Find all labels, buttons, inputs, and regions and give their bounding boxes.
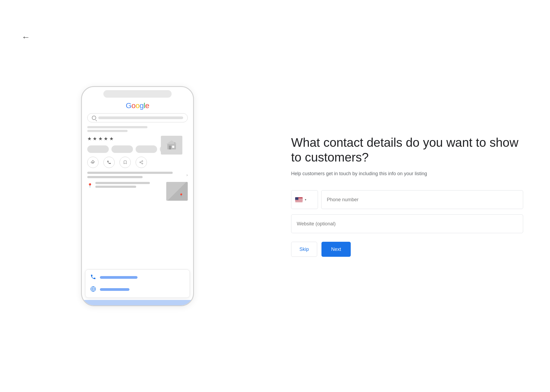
map-lines bbox=[95, 182, 164, 188]
line-1 bbox=[87, 126, 147, 128]
info-line-1 bbox=[87, 172, 173, 174]
map-bg bbox=[166, 182, 188, 201]
map-section: 📍 📍 bbox=[87, 182, 188, 201]
phone-row bbox=[90, 274, 185, 281]
website-input[interactable] bbox=[291, 214, 523, 233]
action-share[interactable] bbox=[136, 157, 147, 168]
business-image bbox=[161, 136, 182, 155]
content-lines-1 bbox=[87, 126, 188, 132]
line-2 bbox=[87, 130, 128, 132]
search-icon bbox=[92, 116, 96, 120]
phone-input-row: ▾ bbox=[291, 190, 523, 209]
pill-1 bbox=[87, 145, 109, 153]
bottom-contact-card bbox=[85, 269, 190, 298]
globe-icon bbox=[90, 286, 96, 293]
svg-point-8 bbox=[142, 163, 143, 164]
svg-rect-0 bbox=[167, 144, 176, 149]
info-line-2 bbox=[87, 176, 143, 178]
info-section: › bbox=[87, 172, 188, 178]
action-save[interactable] bbox=[120, 157, 131, 168]
svg-point-6 bbox=[142, 160, 143, 162]
map-line-2 bbox=[95, 186, 136, 188]
action-icons-row bbox=[87, 157, 188, 168]
page-container: ← Google bbox=[0, 0, 550, 392]
next-button[interactable]: Next bbox=[321, 242, 351, 257]
search-bar-line bbox=[98, 116, 183, 119]
pill-2 bbox=[111, 145, 133, 153]
phone-search-bar[interactable] bbox=[87, 113, 188, 122]
phone-mockup: Google ★ ★ ★ bbox=[81, 86, 194, 306]
action-call[interactable] bbox=[103, 157, 115, 168]
stars: ★ ★ ★ ★ ★ bbox=[87, 136, 114, 142]
chevron-down-icon: ▾ bbox=[305, 198, 306, 202]
back-button[interactable]: ← bbox=[21, 32, 30, 42]
flag-canton bbox=[295, 197, 298, 200]
phone-number-input[interactable] bbox=[321, 190, 523, 209]
stars-row: ★ ★ ★ ★ ★ bbox=[87, 136, 188, 142]
svg-line-9 bbox=[141, 163, 142, 163]
svg-rect-1 bbox=[169, 146, 171, 149]
page-subtitle: Help customers get in touch by including… bbox=[291, 170, 523, 177]
map-line-1 bbox=[95, 182, 150, 184]
page-title: What contact details do you want to show… bbox=[291, 135, 523, 165]
country-selector[interactable]: ▾ bbox=[291, 190, 318, 209]
us-flag bbox=[295, 197, 303, 202]
svg-rect-2 bbox=[172, 146, 174, 148]
map-pin-icon: 📍 bbox=[87, 183, 93, 188]
chevron-right-icon: › bbox=[186, 173, 188, 177]
action-directions[interactable] bbox=[87, 157, 99, 168]
right-panel: What contact details do you want to show… bbox=[275, 0, 550, 392]
map-thumbnail: 📍 bbox=[166, 182, 188, 201]
phone-icon bbox=[90, 274, 96, 281]
website-line bbox=[100, 288, 129, 291]
phone-bottom-bar bbox=[82, 300, 193, 305]
svg-point-4 bbox=[174, 142, 176, 144]
svg-line-10 bbox=[141, 161, 142, 162]
website-row bbox=[90, 286, 185, 293]
pill-3 bbox=[136, 145, 157, 153]
skip-button[interactable]: Skip bbox=[291, 242, 317, 257]
map-pin-inner-icon: 📍 bbox=[179, 193, 183, 197]
left-panel: ← Google bbox=[0, 0, 275, 392]
buttons-row: Skip Next bbox=[291, 242, 523, 257]
google-logo: Google bbox=[87, 102, 188, 109]
svg-point-7 bbox=[140, 162, 141, 163]
svg-point-5 bbox=[93, 162, 93, 163]
phone-line bbox=[100, 276, 138, 279]
phone-top-bar bbox=[103, 90, 172, 98]
